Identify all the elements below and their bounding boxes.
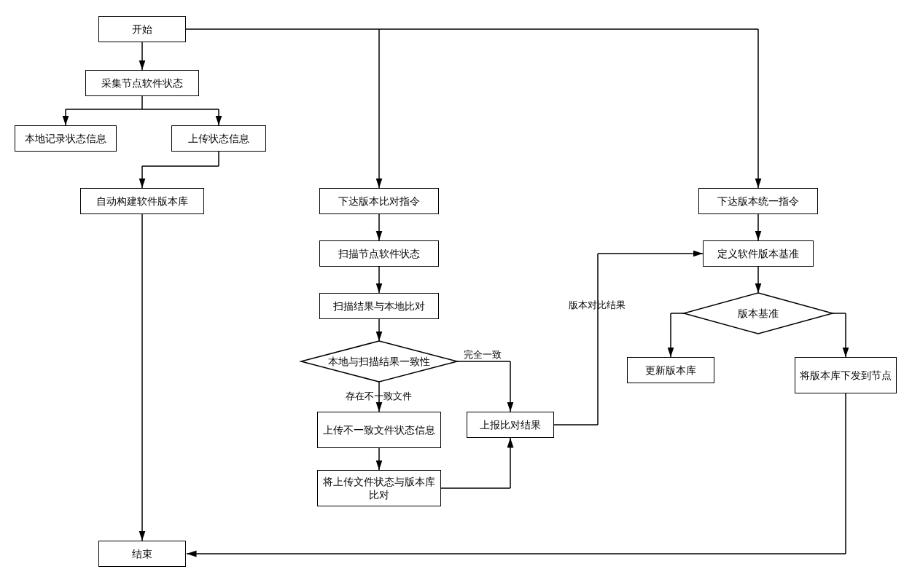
node-upload-status: 上传状态信息	[171, 125, 266, 152]
node-end: 结束	[98, 541, 186, 567]
node-scan-compare-local: 扫描结果与本地比对	[319, 293, 439, 319]
label-has-inconsistent: 存在不一致文件	[346, 390, 412, 403]
node-auto-build-repo: 自动构建软件版本库	[80, 188, 204, 214]
baseline-diamond-label: 版本基准	[738, 307, 779, 319]
consistency-diamond-label: 本地与扫描结果一致性	[328, 356, 430, 367]
svg-marker-32	[301, 341, 457, 382]
svg-marker-33	[684, 293, 833, 334]
node-scan-node-status: 扫描节点软件状态	[319, 240, 439, 267]
label-version-compare-result: 版本对比结果	[569, 299, 626, 312]
node-update-repo: 更新版本库	[627, 357, 714, 383]
flowchart-canvas: 本地与扫描结果一致性 版本基准 开始 采集节点软件状态 本地记录状态信息 上传状…	[0, 0, 904, 588]
node-collect-status: 采集节点软件状态	[85, 70, 199, 96]
node-report-compare: 上报比对结果	[467, 412, 554, 438]
node-local-record: 本地记录状态信息	[15, 125, 117, 152]
node-upload-inconsistent: 上传不一致文件状态信息	[317, 412, 441, 448]
node-define-baseline: 定义软件版本基准	[703, 240, 814, 267]
node-start: 开始	[98, 16, 186, 42]
node-issue-compare-cmd: 下达版本比对指令	[319, 188, 439, 214]
node-deploy-to-node: 将版本库下发到节点	[795, 357, 897, 393]
node-compare-with-repo: 将上传文件状态与版本库比对	[317, 470, 441, 506]
label-full-match: 完全一致	[464, 348, 502, 361]
node-issue-unify-cmd: 下达版本统一指令	[698, 188, 818, 214]
